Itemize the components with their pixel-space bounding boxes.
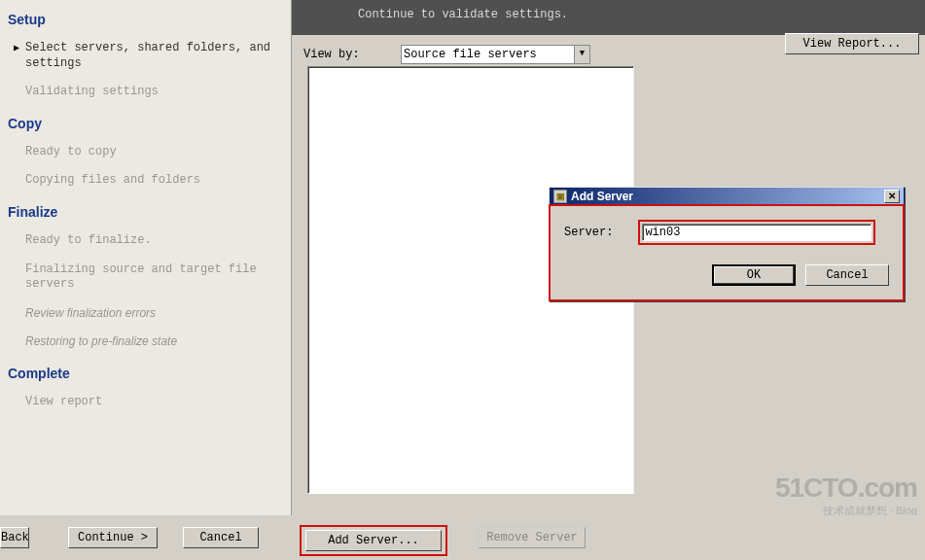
view-report-button[interactable]: View Report... xyxy=(785,33,919,54)
section-finalize-title: Finalize xyxy=(8,204,283,220)
continue-button[interactable]: Continue > xyxy=(68,527,158,548)
wizard-sidebar: Setup ▶ Select servers, shared folders, … xyxy=(0,0,292,560)
bottom-button-bar: Back Continue > Cancel Add Server... Rem… xyxy=(0,515,925,560)
step-label: Select servers, shared folders, and sett… xyxy=(25,41,287,71)
step-view-report: View report xyxy=(4,391,287,420)
step-label: View report xyxy=(25,395,287,410)
remove-server-button: Remove Server xyxy=(479,527,586,548)
instruction-text: Continue to validate settings. xyxy=(311,8,568,21)
step-ready-copy: Ready to copy xyxy=(4,141,287,170)
step-label: Ready to copy xyxy=(25,145,287,160)
step-finalizing: Finalizing source and target file server… xyxy=(4,259,287,302)
section-complete-title: Complete xyxy=(8,366,283,381)
step-review-errors: Review finalization errors xyxy=(4,302,287,332)
cancel-button[interactable]: Cancel xyxy=(805,264,889,286)
dialog-icon: ▣ xyxy=(553,190,567,203)
step-restoring: Restoring to pre-finalize state xyxy=(4,331,287,360)
step-label: Ready to finalize. xyxy=(25,233,287,249)
close-icon[interactable]: ✕ xyxy=(884,190,900,203)
dialog-title: Add Server xyxy=(571,190,633,203)
view-by-select[interactable]: Source file servers xyxy=(402,46,574,63)
add-server-dialog: ▣ Add Server ✕ Server: OK Cancel xyxy=(549,187,905,301)
current-step-arrow-icon: ▶ xyxy=(14,42,25,53)
main-panel: Continue to validate settings. View by: … xyxy=(292,0,925,560)
step-label: Validating settings xyxy=(25,85,287,100)
step-copying: Copying files and folders xyxy=(4,169,287,198)
back-button[interactable]: Back xyxy=(0,527,29,548)
ok-button[interactable]: OK xyxy=(712,264,796,286)
step-label: Review finalization errors xyxy=(25,306,287,322)
step-validating: Validating settings xyxy=(4,81,287,110)
cancel-wizard-button[interactable]: Cancel xyxy=(183,527,259,548)
instruction-header: Continue to validate settings. xyxy=(292,0,925,35)
step-label: Copying files and folders xyxy=(25,173,287,189)
view-by-label: View by: xyxy=(303,48,401,61)
server-label: Server: xyxy=(564,226,613,239)
step-label: Finalizing source and target file server… xyxy=(25,262,287,293)
section-setup-title: Setup xyxy=(8,12,283,27)
server-input[interactable] xyxy=(642,224,872,241)
view-by-dropdown[interactable]: Source file servers ▼ xyxy=(401,45,590,64)
step-label: Restoring to pre-finalize state xyxy=(25,334,287,350)
step-ready-finalize: Ready to finalize. xyxy=(4,229,287,259)
chevron-down-icon[interactable]: ▼ xyxy=(574,46,589,63)
dialog-titlebar[interactable]: ▣ Add Server ✕ xyxy=(550,188,904,205)
section-copy-title: Copy xyxy=(8,116,283,131)
step-select-servers[interactable]: ▶ Select servers, shared folders, and se… xyxy=(4,37,287,81)
add-server-button[interactable]: Add Server... xyxy=(305,530,442,551)
